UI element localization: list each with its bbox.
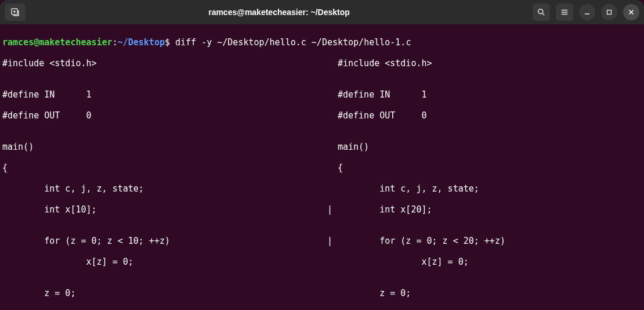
prompt-colon: : (113, 37, 118, 48)
titlebar-right (533, 3, 639, 21)
window-title: ramces@maketecheasier: ~/Desktop (26, 8, 533, 17)
menu-button[interactable] (556, 3, 573, 21)
new-tab-icon (10, 8, 20, 17)
close-button[interactable] (623, 4, 639, 20)
output-line: z = 0; z = 0; (2, 288, 644, 298)
output-line: int c, j, z, state; int c, j, z, state; (2, 183, 644, 194)
new-tab-button[interactable] (5, 3, 26, 21)
output-line: { { (2, 163, 644, 173)
close-icon (628, 9, 634, 15)
svg-point-1 (538, 9, 543, 14)
search-button[interactable] (533, 3, 550, 21)
output-line: for (z = 0; z < 10; ++z) | for (z = 0; z… (2, 236, 644, 246)
output-line: int x[10]; | int x[20]; (2, 204, 644, 215)
titlebar-left (5, 3, 26, 21)
output-line: #define OUT 0 #define OUT 0 (2, 110, 644, 121)
prompt-dollar: $ (165, 37, 170, 48)
command-text: diff -y ~/Desktop/hello.c ~/Desktop/hell… (170, 37, 411, 48)
maximize-icon (606, 9, 612, 15)
search-icon (537, 8, 545, 16)
svg-line-2 (542, 13, 545, 16)
maximize-button[interactable] (601, 4, 617, 20)
hamburger-icon (560, 8, 569, 16)
svg-rect-7 (607, 10, 612, 15)
prompt-path: ~/Desktop (118, 37, 165, 48)
output-line: main() main() (2, 142, 644, 152)
minimize-button[interactable] (579, 4, 595, 20)
titlebar: ramces@maketecheasier: ~/Desktop (0, 0, 644, 24)
prompt-line: ramces@maketecheasier:~/Desktop$ diff -y… (2, 37, 644, 48)
minimize-icon (584, 9, 590, 15)
output-line: #include <stdio.h> #include <stdio.h> (2, 58, 644, 69)
terminal-body[interactable]: ramces@maketecheasier:~/Desktop$ diff -y… (0, 24, 644, 310)
output-line: x[z] = 0; x[z] = 0; (2, 257, 644, 267)
prompt-userhost: ramces@maketecheasier (2, 37, 113, 48)
output-line: #define IN 1 #define IN 1 (2, 89, 644, 100)
